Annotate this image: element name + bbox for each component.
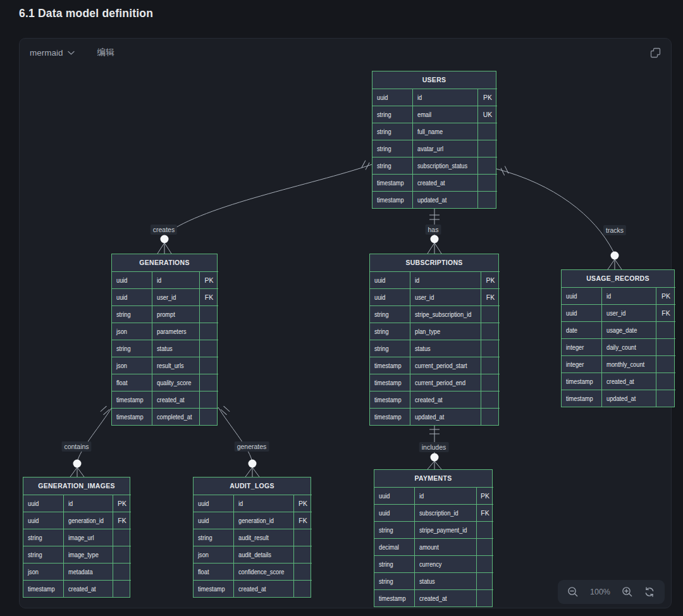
attr-type: date: [562, 321, 601, 338]
entity-row: floatconfidence_score: [194, 563, 311, 580]
attr-name: monthly_count: [601, 355, 656, 373]
attr-name: user_id: [601, 304, 656, 321]
attr-name: id: [410, 271, 481, 288]
attr-key: [477, 174, 497, 191]
attr-type: json: [194, 546, 233, 563]
zoom-out-button[interactable]: [567, 586, 579, 598]
attr-type: string: [372, 123, 412, 140]
attr-name: completed_at: [152, 408, 199, 425]
entity-row: timestampcurrent_period_end: [370, 374, 498, 391]
attr-type: uuid: [372, 89, 412, 106]
entity-row: timestampcreated_at: [194, 580, 311, 597]
attr-key: [293, 546, 312, 563]
entity-row: dateusage_date: [562, 321, 674, 338]
attr-name: id: [414, 487, 476, 504]
zoom-out-icon: [567, 586, 579, 598]
attr-key: [481, 391, 500, 408]
attr-key: [481, 323, 500, 340]
attr-name: status: [152, 340, 199, 357]
entity-row: uuididPK: [194, 495, 311, 512]
attr-type: timestamp: [370, 391, 410, 408]
attr-type: integer: [562, 338, 601, 355]
entity-row: integermonthly_count: [562, 355, 674, 373]
attr-name: created_at: [412, 174, 477, 191]
attr-name: id: [601, 287, 656, 304]
entity-row: stringstripe_payment_id: [374, 521, 492, 538]
attr-key: [476, 589, 493, 607]
refresh-button[interactable]: [644, 586, 655, 598]
cardinality-one-contains: [101, 406, 109, 415]
viewer-header: mermaid 编辑: [20, 39, 671, 66]
attr-key: FK: [656, 304, 675, 321]
diagram-canvas[interactable]: creates has tracks contains generates in…: [20, 39, 671, 608]
attr-type: timestamp: [370, 374, 410, 391]
entity-title: SUBSCRIPTIONS: [370, 254, 498, 271]
attr-key: FK: [481, 288, 500, 305]
attr-name: user_id: [410, 288, 481, 305]
attr-key: [199, 340, 218, 357]
cardinality-one-has: [429, 215, 440, 219]
edit-button[interactable]: 编辑: [97, 47, 114, 58]
attr-key: [199, 357, 218, 374]
attr-name: user_id: [152, 288, 199, 305]
attr-key: [113, 529, 131, 546]
attr-name: status: [410, 340, 481, 357]
attr-name: currency: [414, 555, 476, 572]
attr-type: uuid: [562, 287, 601, 304]
entity-row: uuididPK: [372, 89, 496, 106]
entity-row: timestampcreated_at: [112, 391, 217, 408]
attr-name: audit_details: [233, 546, 293, 563]
attr-type: string: [374, 555, 414, 572]
attr-name: created_at: [410, 391, 481, 408]
renderer-dropdown[interactable]: mermaid: [30, 48, 75, 58]
attr-name: generation_id: [63, 512, 113, 529]
renderer-dropdown-label: mermaid: [30, 48, 63, 58]
entity-row: timestampcreated_at: [23, 580, 130, 597]
attr-type: uuid: [23, 512, 63, 529]
entity-row: jsonparameters: [112, 323, 217, 340]
attr-type: float: [112, 374, 152, 391]
attr-key: [476, 555, 493, 572]
entity-title: AUDIT_LOGS: [194, 477, 311, 495]
attr-type: integer: [562, 355, 601, 373]
attr-name: created_at: [63, 580, 113, 597]
attr-name: current_period_start: [410, 357, 481, 374]
attr-key: PK: [481, 271, 500, 288]
cardinality-one-generates: [221, 406, 230, 415]
attr-key: [656, 338, 675, 355]
relationship-label-has: has: [426, 225, 441, 235]
attr-type: uuid: [23, 495, 63, 512]
zoom-level: 100%: [589, 588, 611, 596]
attr-type: uuid: [112, 288, 152, 305]
attr-name: created_at: [414, 589, 476, 607]
attr-key: FK: [199, 288, 218, 305]
relationship-label-generates: generates: [235, 441, 269, 452]
attr-key: PK: [293, 495, 312, 512]
attr-key: [481, 340, 500, 357]
attr-type: string: [372, 157, 412, 174]
attr-type: json: [23, 563, 63, 580]
entity-row: uuiduser_idFK: [562, 304, 674, 321]
attr-type: string: [372, 106, 412, 123]
attr-key: [199, 305, 218, 323]
attr-key: [477, 191, 497, 208]
chevron-down-icon: [68, 51, 75, 55]
entity-row: jsonmetadata: [23, 563, 130, 580]
mermaid-viewer-panel: mermaid 编辑: [19, 38, 672, 608]
attr-type: string: [370, 340, 410, 357]
entity-row: integerdaily_count: [562, 338, 674, 355]
entity-row: decimalamount: [374, 538, 492, 555]
entity-row: uuidgeneration_idFK: [23, 512, 130, 529]
entity-row: jsonresult_urls: [112, 357, 217, 374]
attr-name: email: [412, 106, 477, 123]
attr-key: PK: [113, 495, 131, 512]
entity-row: stringavatar_url: [372, 140, 496, 157]
attr-name: stripe_subscription_id: [410, 305, 481, 323]
entity-row: timestampupdated_at: [372, 191, 496, 208]
attr-name: updated_at: [601, 390, 656, 407]
zoom-in-button[interactable]: [622, 586, 633, 598]
entity-payments: PAYMENTSuuididPKuuidsubscription_idFKstr…: [374, 469, 493, 607]
attr-name: usage_date: [601, 321, 656, 338]
attr-type: uuid: [112, 271, 152, 288]
entity-row: timestampupdated_at: [562, 390, 674, 407]
